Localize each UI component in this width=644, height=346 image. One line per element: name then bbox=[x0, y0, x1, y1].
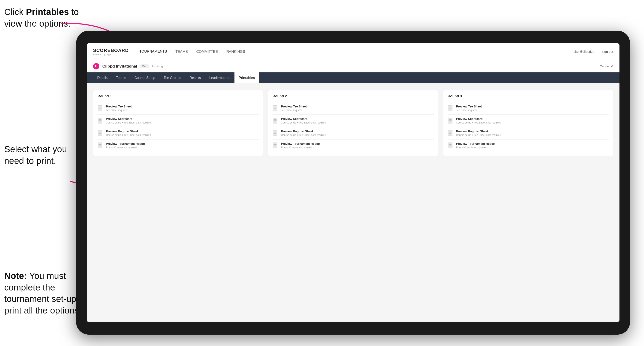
print-item-title-3-2: Preview Scorecard bbox=[456, 117, 501, 121]
print-item-2-3[interactable]: Preview Raguzzi SheetCourse setup + Tee … bbox=[272, 127, 434, 140]
document-icon bbox=[98, 118, 104, 124]
rounds-container: Round 1 Preview Tee SheetTee Sheet requi… bbox=[93, 90, 613, 156]
print-item-sub-3-4: Round Completion required bbox=[456, 146, 495, 149]
top-nav-right: blair@clippd.io | Sign out bbox=[574, 50, 613, 53]
round-col-1: Round 1 Preview Tee SheetTee Sheet requi… bbox=[93, 90, 263, 156]
svg-rect-11 bbox=[448, 118, 452, 123]
document-icon bbox=[98, 130, 104, 137]
tab-leaderboards[interactable]: Leaderboards bbox=[205, 72, 234, 83]
print-item-title-3-3: Preview Raguzzi Sheet bbox=[456, 130, 501, 133]
tab-tee-groups[interactable]: Tee Groups bbox=[160, 72, 186, 83]
round-2-title: Round 2 bbox=[272, 94, 434, 98]
print-item-3-4[interactable]: Preview Tournament ReportRound Completio… bbox=[448, 140, 609, 152]
print-item-3-1[interactable]: Preview Tee SheetTee Sheet required bbox=[448, 102, 609, 115]
print-item-1-3[interactable]: Preview Raguzzi SheetCourse setup + Tee … bbox=[98, 127, 258, 140]
top-nav-links: TOURNAMENTS TEAMS COMMITTEE RANKINGS bbox=[139, 48, 574, 55]
nav-committee[interactable]: COMMITTEE bbox=[196, 48, 218, 55]
cancel-button[interactable]: Cancel ✕ bbox=[600, 64, 613, 68]
print-item-title-1-1: Preview Tee Sheet bbox=[106, 105, 132, 108]
instruction-middle: Select what you need to print. bbox=[4, 144, 80, 167]
print-item-title-1-4: Preview Tournament Report bbox=[106, 142, 145, 146]
print-item-2-4[interactable]: Preview Tournament ReportRound Completio… bbox=[272, 140, 434, 152]
brand-logo: SCOREBOARD Powered by clippd bbox=[93, 48, 129, 56]
print-item-3-3[interactable]: Preview Raguzzi SheetCourse setup + Tee … bbox=[448, 127, 609, 140]
print-item-sub-2-2: Course setup + Tee Sheet data required bbox=[281, 121, 326, 124]
document-icon bbox=[448, 143, 454, 149]
print-item-sub-1-2: Course setup + Tee Sheet data required bbox=[106, 121, 151, 124]
print-item-sub-3-3: Course setup + Tee Sheet data required bbox=[456, 134, 501, 137]
document-icon bbox=[448, 118, 454, 124]
svg-rect-6 bbox=[273, 105, 277, 111]
svg-rect-10 bbox=[448, 105, 452, 111]
print-item-title-2-3: Preview Raguzzi Sheet bbox=[281, 130, 326, 133]
round-col-2: Round 2 Preview Tee SheetTee Sheet requi… bbox=[268, 90, 438, 156]
hosting-label: Hosting bbox=[152, 64, 163, 68]
svg-rect-8 bbox=[273, 130, 277, 136]
sign-out-link[interactable]: Sign out bbox=[602, 50, 613, 53]
round-3-title: Round 3 bbox=[448, 94, 609, 98]
tournament-icon: C bbox=[93, 63, 99, 69]
user-email: blair@clippd.io bbox=[574, 50, 594, 53]
document-icon bbox=[98, 105, 104, 112]
tablet-device: SCOREBOARD Powered by clippd TOURNAMENTS… bbox=[76, 31, 630, 335]
print-item-sub-3-1: Tee Sheet required bbox=[456, 109, 482, 112]
svg-rect-2 bbox=[98, 105, 102, 111]
print-item-title-3-1: Preview Tee Sheet bbox=[456, 105, 482, 108]
tab-results[interactable]: Results bbox=[186, 72, 205, 83]
brand-subtitle: Powered by clippd bbox=[93, 53, 129, 56]
print-item-2-1[interactable]: Preview Tee SheetTee Sheet required bbox=[272, 102, 434, 115]
top-navigation: SCOREBOARD Powered by clippd TOURNAMENTS… bbox=[87, 43, 620, 60]
svg-rect-4 bbox=[98, 130, 102, 136]
document-icon bbox=[98, 143, 104, 149]
print-item-sub-1-3: Course setup + Tee Sheet data required bbox=[106, 134, 151, 137]
tablet-screen: SCOREBOARD Powered by clippd TOURNAMENTS… bbox=[87, 43, 620, 322]
tab-course-setup[interactable]: Course Setup bbox=[130, 72, 160, 83]
print-item-sub-3-2: Course setup + Tee Sheet data required bbox=[456, 121, 501, 124]
print-item-3-2[interactable]: Preview ScorecardCourse setup + Tee Shee… bbox=[448, 115, 609, 127]
print-item-title-1-2: Preview Scorecard bbox=[106, 117, 151, 121]
round-1-title: Round 1 bbox=[98, 94, 258, 98]
print-item-title-2-4: Preview Tournament Report bbox=[281, 142, 320, 146]
print-item-sub-2-4: Round Completion required bbox=[281, 146, 320, 149]
document-icon bbox=[272, 105, 278, 112]
svg-rect-7 bbox=[273, 118, 277, 123]
nav-rankings[interactable]: RANKINGS bbox=[226, 48, 245, 55]
nav-tournaments[interactable]: TOURNAMENTS bbox=[139, 48, 167, 55]
print-item-sub-1-4: Round Completion required bbox=[106, 146, 145, 149]
document-icon bbox=[272, 118, 278, 124]
print-item-sub-1-1: Tee Sheet required bbox=[106, 109, 132, 112]
print-item-1-4[interactable]: Preview Tournament ReportRound Completio… bbox=[98, 140, 258, 152]
tab-printables[interactable]: Printables bbox=[234, 72, 259, 83]
tab-bar: Details Teams Course Setup Tee Groups Re… bbox=[87, 72, 620, 83]
svg-rect-5 bbox=[98, 143, 102, 148]
sub-header: C Clippd Invitational Men Hosting Cancel… bbox=[87, 60, 620, 72]
print-item-1-1[interactable]: Preview Tee SheetTee Sheet required bbox=[98, 102, 258, 115]
print-item-2-2[interactable]: Preview ScorecardCourse setup + Tee Shee… bbox=[272, 115, 434, 127]
print-item-sub-2-3: Course setup + Tee Sheet data required bbox=[281, 134, 326, 137]
tab-teams[interactable]: Teams bbox=[112, 72, 130, 83]
print-item-title-2-2: Preview Scorecard bbox=[281, 117, 326, 121]
document-icon bbox=[448, 105, 454, 112]
svg-rect-12 bbox=[448, 130, 452, 136]
svg-rect-3 bbox=[98, 118, 102, 123]
main-content: Round 1 Preview Tee SheetTee Sheet requi… bbox=[87, 83, 620, 322]
svg-rect-9 bbox=[273, 143, 277, 148]
svg-rect-13 bbox=[448, 143, 452, 148]
document-icon bbox=[448, 130, 454, 137]
round-col-3: Round 3 Preview Tee SheetTee Sheet requi… bbox=[443, 90, 613, 156]
print-item-title-2-1: Preview Tee Sheet bbox=[281, 105, 307, 108]
print-item-title-1-3: Preview Raguzzi Sheet bbox=[106, 130, 151, 133]
tournament-name: Clippd Invitational bbox=[102, 64, 137, 69]
print-item-sub-2-1: Tee Sheet required bbox=[281, 109, 307, 112]
document-icon bbox=[272, 130, 278, 137]
tournament-badge: Men bbox=[140, 64, 149, 68]
brand-title: SCOREBOARD bbox=[93, 48, 129, 53]
print-item-1-2[interactable]: Preview ScorecardCourse setup + Tee Shee… bbox=[98, 115, 258, 127]
print-item-title-3-4: Preview Tournament Report bbox=[456, 142, 495, 146]
nav-teams[interactable]: TEAMS bbox=[176, 48, 188, 55]
tab-details[interactable]: Details bbox=[93, 72, 112, 83]
document-icon bbox=[272, 143, 278, 149]
